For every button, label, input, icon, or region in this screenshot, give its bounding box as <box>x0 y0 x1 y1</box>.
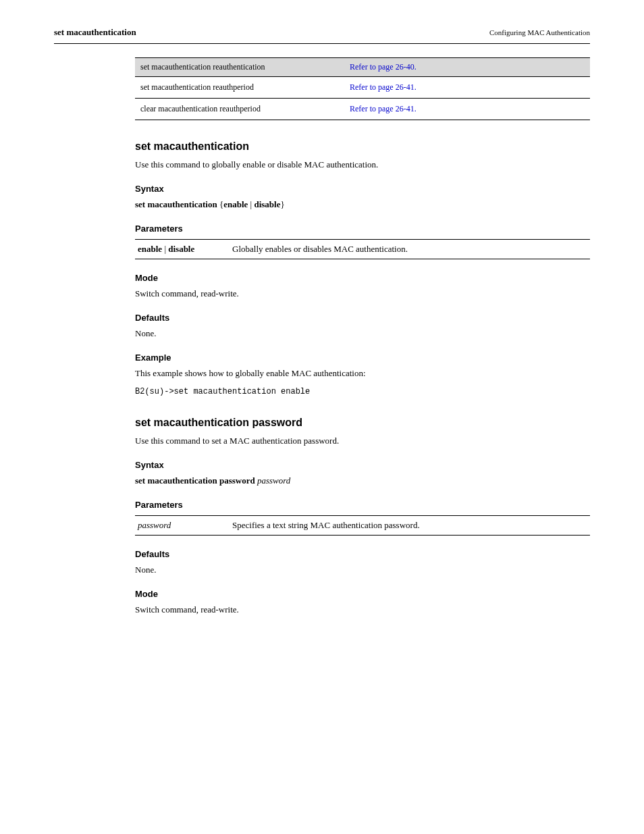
header-left: set macauthentication <box>54 27 136 38</box>
param-pipe: | <box>162 244 168 254</box>
mode-text: Switch command, read-write. <box>135 604 590 615</box>
content-area: set macauthentication reauthentication R… <box>135 57 590 615</box>
mode-heading: Mode <box>135 589 590 599</box>
xref-page[interactable]: Refer to page 26-41. <box>350 104 585 114</box>
param-desc: Globally enables or disables MAC authent… <box>232 244 587 255</box>
syntax-disable: disable <box>254 199 280 209</box>
param-disable: disable <box>168 244 194 254</box>
header-right: Configuring MAC Authentication <box>489 28 590 36</box>
syntax-close: } <box>280 199 284 209</box>
example-code: B2(su)->set macauthentication enable <box>135 387 590 396</box>
section-title: set macauthentication password <box>135 417 590 429</box>
xref-cmd: set macauthentication reauthentication <box>140 62 350 72</box>
param-password: password <box>138 520 171 530</box>
syntax-heading: Syntax <box>135 184 590 194</box>
example-text: This example shows how to globally enabl… <box>135 368 590 379</box>
param-label: password <box>138 520 232 531</box>
xref-page[interactable]: Refer to page 26-41. <box>350 82 585 93</box>
example-heading: Example <box>135 353 590 363</box>
param-table: enable | disable Globally enables or dis… <box>135 239 590 259</box>
params-heading: Parameters <box>135 500 590 510</box>
syntax-password: password <box>257 475 290 486</box>
section-desc: Use this command to globally enable or d… <box>135 159 590 170</box>
xref-row: set macauthentication reauthperiod Refer… <box>135 77 590 99</box>
param-table: password Specifies a text string MAC aut… <box>135 515 590 536</box>
section-desc: Use this command to set a MAC authentica… <box>135 436 590 446</box>
xref-cmd: clear macauthentication reauthperiod <box>140 104 350 114</box>
param-row: password Specifies a text string MAC aut… <box>135 516 590 535</box>
syntax-line: set macauthentication {enable | disable} <box>135 199 590 210</box>
defaults-heading: Defaults <box>135 313 590 323</box>
syntax-cmd: set macauthentication password <box>135 475 255 486</box>
syntax-cmd: set macauthentication <box>135 199 217 209</box>
xref-cmd: set macauthentication reauthperiod <box>140 82 350 93</box>
defaults-text: None. <box>135 328 590 339</box>
defaults-text: None. <box>135 565 590 575</box>
mode-heading: Mode <box>135 273 590 283</box>
defaults-heading: Defaults <box>135 549 590 559</box>
section-title: set macauthentication <box>135 140 590 153</box>
params-heading: Parameters <box>135 224 590 234</box>
param-row: enable | disable Globally enables or dis… <box>135 240 590 259</box>
syntax-enable: enable <box>223 199 248 209</box>
xref-row: clear macauthentication reauthperiod Ref… <box>135 99 590 120</box>
param-label: enable | disable <box>138 244 232 255</box>
param-desc: Specifies a text string MAC authenticati… <box>232 520 587 531</box>
mode-text: Switch command, read-write. <box>135 288 590 299</box>
page-header: set macauthentication Configuring MAC Au… <box>54 27 590 38</box>
header-rule <box>54 43 590 44</box>
syntax-text: { <box>217 199 224 209</box>
syntax-line: set macauthentication password password <box>135 475 590 486</box>
param-enable: enable <box>138 244 162 254</box>
syntax-heading: Syntax <box>135 460 590 470</box>
xref-page[interactable]: Refer to page 26-40. <box>350 62 585 72</box>
xref-row-shaded: set macauthentication reauthentication R… <box>135 57 590 77</box>
